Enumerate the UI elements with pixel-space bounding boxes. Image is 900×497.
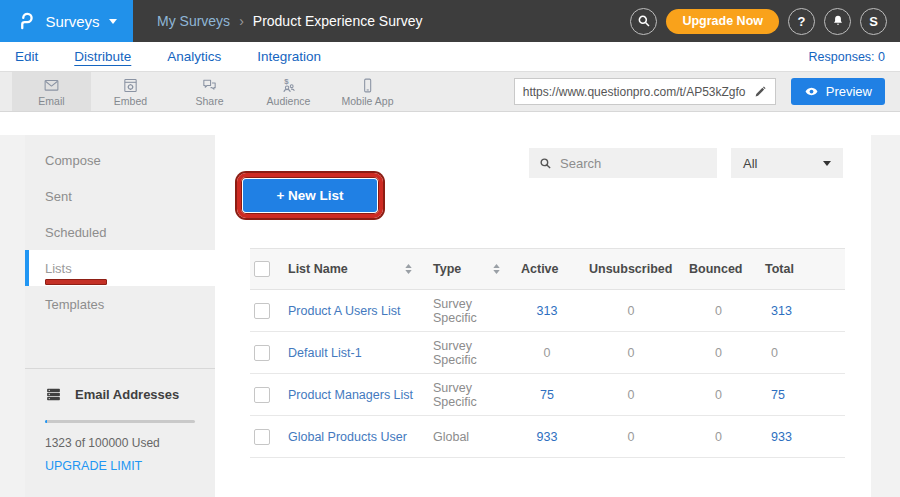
select-all-checkbox[interactable] [254, 261, 270, 277]
embed-icon [122, 77, 139, 94]
bounced-count: 0 [681, 388, 756, 402]
breadcrumb-survey-title: Product Experience Survey [253, 13, 423, 29]
tab-edit[interactable]: Edit [15, 49, 38, 64]
column-header-list-name[interactable]: List Name [280, 262, 425, 276]
column-header-type[interactable]: Type [425, 262, 513, 276]
toolbar-item-share[interactable]: Share [170, 72, 249, 111]
surveys-product-menu[interactable]: Surveys [0, 0, 133, 42]
total-count[interactable]: 933 [756, 430, 845, 444]
row-checkbox[interactable] [254, 387, 270, 403]
breadcrumb: My Surveys › Product Experience Survey [157, 13, 422, 29]
list-name-link[interactable]: Global Products User [280, 430, 425, 444]
help-button[interactable]: ? [788, 8, 815, 35]
filter-dropdown[interactable]: All [731, 148, 843, 178]
active-count[interactable]: 75 [513, 388, 581, 402]
share-icon [201, 77, 218, 94]
sidebar-item-lists[interactable]: Lists [25, 250, 215, 286]
topbar-actions: Upgrade Now ? S [630, 8, 900, 35]
edit-url-button[interactable] [754, 85, 767, 98]
row-checkbox[interactable] [254, 303, 270, 319]
row-checkbox[interactable] [254, 345, 270, 361]
total-count[interactable]: 75 [756, 388, 845, 402]
distribute-toolbar: Email Embed Share $ Audience [0, 71, 900, 112]
usage-progress-fill [45, 420, 47, 423]
tab-analytics[interactable]: Analytics [167, 49, 221, 64]
toolbar-item-label: Share [195, 95, 223, 107]
annotation-underline [45, 279, 107, 285]
table-row: Global Products User Global 933 0 0 933 [250, 416, 845, 458]
unsubscribed-count: 0 [581, 388, 681, 402]
filters-row: All [529, 148, 843, 178]
column-header-active: Active [513, 262, 581, 276]
column-header-bounced: Bounced [681, 262, 756, 276]
surveys-menu-label: Surveys [45, 13, 99, 30]
mobile-app-icon [359, 77, 376, 94]
sidebar-item-scheduled[interactable]: Scheduled [25, 214, 215, 250]
toolbar-item-audience[interactable]: $ Audience [249, 72, 328, 111]
right-margin [871, 135, 900, 497]
app-window: Surveys My Surveys › Product Experience … [0, 0, 900, 497]
toolbar-item-label: Embed [114, 95, 147, 107]
new-list-button[interactable]: + New List [243, 179, 377, 212]
toolbar-item-embed[interactable]: Embed [91, 72, 170, 111]
breadcrumb-my-surveys[interactable]: My Surveys [157, 13, 230, 29]
list-name-link[interactable]: Product Managers List [280, 388, 425, 402]
active-count[interactable]: 313 [513, 304, 581, 318]
account-button[interactable]: S [860, 8, 887, 35]
list-name-link[interactable]: Default List-1 [280, 346, 425, 360]
survey-url-input[interactable] [523, 85, 754, 99]
upgrade-limit-link[interactable]: UPGRADE LIMIT [45, 459, 195, 473]
preview-label: Preview [826, 84, 872, 99]
search-icon [539, 157, 552, 170]
row-checkbox[interactable] [254, 429, 270, 445]
table-header-row: List Name Type Active U [250, 248, 845, 290]
preview-button[interactable]: Preview [791, 78, 885, 105]
lists-table: List Name Type Active U [250, 248, 845, 458]
email-icon [43, 77, 60, 94]
chevron-down-icon [823, 161, 831, 166]
toolbar-item-mobile-app[interactable]: Mobile App [328, 72, 407, 111]
unsubscribed-count: 0 [581, 430, 681, 444]
sort-icon[interactable] [405, 264, 412, 274]
tab-distribute[interactable]: Distribute [74, 49, 131, 64]
notifications-button[interactable] [824, 8, 851, 35]
toolbar-item-label: Email [38, 95, 64, 107]
content-area: Compose Sent Scheduled Lists Templates E… [0, 112, 900, 497]
total-count: 0 [756, 346, 845, 360]
bounced-count: 0 [681, 430, 756, 444]
left-margin [0, 135, 25, 497]
bounced-count: 0 [681, 304, 756, 318]
sidebar-item-compose[interactable]: Compose [25, 142, 215, 178]
column-header-unsubscribed: Unsubscribed [581, 262, 681, 276]
usage-progress-bar [45, 420, 195, 423]
list-type: Survey Specific [425, 297, 513, 325]
bell-icon [831, 14, 845, 28]
sidebar-item-sent[interactable]: Sent [25, 178, 215, 214]
sidebar-item-templates[interactable]: Templates [25, 286, 215, 322]
list-type: Global [425, 430, 513, 444]
help-icon: ? [798, 14, 806, 29]
top-bar: Surveys My Surveys › Product Experience … [0, 0, 900, 42]
svg-text:$: $ [284, 77, 289, 86]
avatar: S [869, 14, 878, 29]
search-box [529, 148, 717, 178]
column-header-total: Total [756, 262, 845, 276]
email-addresses-header: Email Addresses [45, 386, 195, 403]
lists-panel: All + New List List Name [215, 135, 871, 497]
global-search-button[interactable] [630, 8, 657, 35]
upgrade-now-button[interactable]: Upgrade Now [666, 9, 779, 34]
toolbar-item-email[interactable]: Email [12, 72, 91, 111]
tab-integration[interactable]: Integration [257, 49, 321, 64]
list-name-link[interactable]: Product A Users List [280, 304, 425, 318]
active-count[interactable]: 933 [513, 430, 581, 444]
table-row: Product A Users List Survey Specific 313… [250, 290, 845, 332]
email-addresses-title: Email Addresses [75, 387, 179, 402]
toolbar-item-label: Audience [267, 95, 311, 107]
usage-text: 1323 of 100000 Used [45, 436, 195, 450]
annotation-highlight: + New List [237, 173, 383, 218]
search-input[interactable] [560, 156, 707, 171]
audience-icon: $ [280, 77, 297, 94]
table-row: Default List-1 Survey Specific 0 0 0 0 [250, 332, 845, 374]
sort-icon[interactable] [493, 264, 500, 274]
total-count[interactable]: 313 [756, 304, 845, 318]
